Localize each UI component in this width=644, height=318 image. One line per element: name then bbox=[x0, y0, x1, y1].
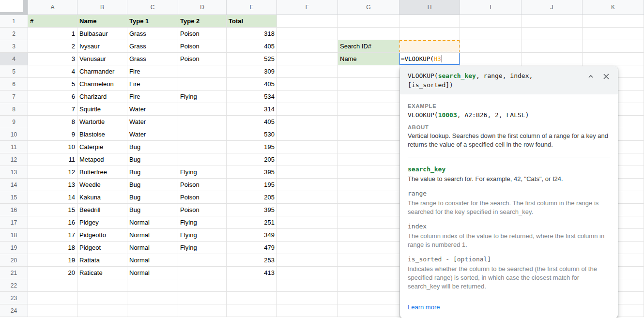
cell-H3[interactable] bbox=[399, 40, 460, 53]
row-header-13[interactable]: 13 bbox=[0, 166, 28, 179]
cell-C8[interactable]: Water bbox=[127, 103, 178, 116]
cell-F24[interactable] bbox=[277, 304, 338, 317]
row-header-24[interactable]: 24 bbox=[0, 304, 28, 317]
cell-E15[interactable]: 205 bbox=[227, 191, 277, 204]
row-header-15[interactable]: 15 bbox=[0, 191, 28, 204]
close-popup-icon[interactable] bbox=[602, 73, 610, 80]
cell-A6[interactable]: 5 bbox=[28, 78, 77, 91]
cell-D6[interactable] bbox=[178, 78, 227, 91]
cell-F7[interactable] bbox=[277, 91, 338, 103]
cell-G12[interactable] bbox=[338, 153, 399, 166]
cell-G22[interactable] bbox=[338, 279, 399, 292]
cell-K4[interactable] bbox=[583, 53, 644, 65]
cell-F19[interactable] bbox=[277, 242, 338, 254]
cell-C3[interactable]: Grass bbox=[127, 40, 178, 53]
cell-C6[interactable]: Fire bbox=[127, 78, 178, 91]
cell-B24[interactable] bbox=[77, 304, 127, 317]
cell-C1[interactable]: Type 1 bbox=[127, 15, 178, 28]
cell-C13[interactable]: Bug bbox=[127, 166, 178, 179]
cell-C5[interactable]: Fire bbox=[127, 65, 178, 78]
cell-F17[interactable] bbox=[277, 216, 338, 229]
row-header-2[interactable]: 2 bbox=[0, 28, 28, 40]
cell-E20[interactable]: 253 bbox=[227, 254, 277, 267]
col-header-B[interactable]: B bbox=[77, 0, 127, 15]
cell-B21[interactable]: Raticate bbox=[77, 267, 127, 279]
col-header-G[interactable]: G bbox=[338, 0, 399, 15]
cell-G20[interactable] bbox=[338, 254, 399, 267]
row-header-4[interactable]: 4 bbox=[0, 53, 28, 65]
cell-E17[interactable]: 251 bbox=[227, 216, 277, 229]
cell-A2[interactable]: 1 bbox=[28, 28, 77, 40]
cell-C16[interactable]: Bug bbox=[127, 204, 178, 216]
cell-A10[interactable]: 9 bbox=[28, 128, 77, 141]
cell-B23[interactable] bbox=[77, 292, 127, 304]
cell-C7[interactable]: Fire bbox=[127, 91, 178, 103]
cell-D24[interactable] bbox=[178, 304, 227, 317]
cell-B5[interactable]: Charmander bbox=[77, 65, 127, 78]
cell-B13[interactable]: Butterfree bbox=[77, 166, 127, 179]
cell-F20[interactable] bbox=[277, 254, 338, 267]
cell-I1[interactable] bbox=[460, 15, 521, 28]
cell-F11[interactable] bbox=[277, 141, 338, 153]
cell-A16[interactable]: 15 bbox=[28, 204, 77, 216]
cell-F3[interactable] bbox=[277, 40, 338, 53]
cell-E19[interactable]: 479 bbox=[227, 242, 277, 254]
row-header-19[interactable]: 19 bbox=[0, 242, 28, 254]
cell-E4[interactable]: 525 bbox=[227, 53, 277, 65]
cell-E18[interactable]: 349 bbox=[227, 229, 277, 242]
col-header-J[interactable]: J bbox=[521, 0, 583, 15]
col-header-I[interactable]: I bbox=[460, 0, 521, 15]
cell-A22[interactable] bbox=[28, 279, 77, 292]
cell-D8[interactable] bbox=[178, 103, 227, 116]
col-header-F[interactable]: F bbox=[277, 0, 338, 15]
col-header-C[interactable]: C bbox=[127, 0, 178, 15]
cell-D16[interactable]: Poison bbox=[178, 204, 227, 216]
cell-E22[interactable] bbox=[227, 279, 277, 292]
cell-B9[interactable]: Wartortle bbox=[77, 116, 127, 128]
cell-F6[interactable] bbox=[277, 78, 338, 91]
cell-A20[interactable]: 19 bbox=[28, 254, 77, 267]
cell-E24[interactable] bbox=[227, 304, 277, 317]
cell-B8[interactable]: Squirtle bbox=[77, 103, 127, 116]
collapse-popup-icon[interactable] bbox=[587, 73, 595, 80]
cell-F23[interactable] bbox=[277, 292, 338, 304]
cell-B1[interactable]: Name bbox=[77, 15, 127, 28]
cell-C23[interactable] bbox=[127, 292, 178, 304]
row-header-5[interactable]: 5 bbox=[0, 65, 28, 78]
cell-B20[interactable]: Rattata bbox=[77, 254, 127, 267]
cell-G4[interactable]: Name bbox=[338, 53, 399, 65]
learn-more-link[interactable]: Learn more bbox=[408, 303, 440, 311]
cell-I3[interactable] bbox=[460, 40, 521, 53]
cell-G21[interactable] bbox=[338, 267, 399, 279]
cell-C18[interactable]: Normal bbox=[127, 229, 178, 242]
cell-E8[interactable]: 314 bbox=[227, 103, 277, 116]
cell-A8[interactable]: 7 bbox=[28, 103, 77, 116]
cell-D13[interactable]: Flying bbox=[178, 166, 227, 179]
row-header-23[interactable]: 23 bbox=[0, 292, 28, 304]
cell-D9[interactable] bbox=[178, 116, 227, 128]
cell-G5[interactable] bbox=[338, 65, 399, 78]
cell-C17[interactable]: Normal bbox=[127, 216, 178, 229]
row-header-3[interactable]: 3 bbox=[0, 40, 28, 53]
row-header-18[interactable]: 18 bbox=[0, 229, 28, 242]
cell-J3[interactable] bbox=[521, 40, 583, 53]
cell-C20[interactable]: Normal bbox=[127, 254, 178, 267]
cell-G2[interactable] bbox=[338, 28, 399, 40]
cell-D20[interactable] bbox=[178, 254, 227, 267]
cell-F5[interactable] bbox=[277, 65, 338, 78]
cell-B12[interactable]: Metapod bbox=[77, 153, 127, 166]
cell-D1[interactable]: Type 2 bbox=[178, 15, 227, 28]
cell-G7[interactable] bbox=[338, 91, 399, 103]
cell-J1[interactable] bbox=[521, 15, 583, 28]
cell-F10[interactable] bbox=[277, 128, 338, 141]
cell-H2[interactable] bbox=[399, 28, 460, 40]
cell-K3[interactable] bbox=[583, 40, 644, 53]
cell-B18[interactable]: Pidgeotto bbox=[77, 229, 127, 242]
cell-F16[interactable] bbox=[277, 204, 338, 216]
cell-C14[interactable]: Bug bbox=[127, 179, 178, 191]
cell-G8[interactable] bbox=[338, 103, 399, 116]
cell-E10[interactable]: 530 bbox=[227, 128, 277, 141]
cell-C21[interactable]: Normal bbox=[127, 267, 178, 279]
cell-C15[interactable]: Bug bbox=[127, 191, 178, 204]
cell-E13[interactable]: 395 bbox=[227, 166, 277, 179]
